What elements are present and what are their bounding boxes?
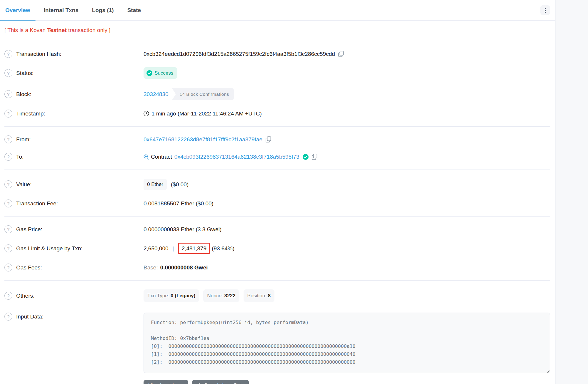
row-others: ? Others: Txn Type: 0 (Legacy) Nonce: 32… [4,285,550,307]
gas-limit-value: 2,650,000 [144,244,169,252]
section-value: ? Value: 0 Ether ($0.00) ? Transaction F… [4,170,550,216]
clock-icon [144,111,149,116]
transaction-fee-value: 0.0081885507 Ether ($0.00) [144,199,214,207]
decode-input-data-button[interactable]: Decode Input Data [192,380,249,384]
label-cell: ? Input Data: [4,313,144,321]
row-from: ? From: 0x647e7168122263d8e7f81f17fff9c2… [4,131,550,148]
magnifier-plus-icon[interactable] [144,154,149,160]
from-address-link[interactable]: 0x647e7168122263d8e7f81f17fff9c2f1aa379f… [144,135,262,143]
warning-suffix: transaction only ] [67,27,111,33]
tab-logs[interactable]: Logs (1) [87,0,119,20]
help-icon[interactable]: ? [4,90,12,98]
to-label: To: [16,153,24,161]
position-label: Position: [247,293,266,299]
decode-input-data-label: Decode Input Data [205,383,244,384]
section-addresses: ? From: 0x647e7168122263d8e7f81f17fff9c2… [4,127,550,170]
status-label: Status: [16,69,34,77]
help-icon[interactable]: ? [4,180,12,188]
label-cell: ? Transaction Hash: [4,50,144,58]
status-badge: Success [144,67,177,79]
copy-icon [338,51,344,57]
page-background-gutter [555,0,588,384]
gas-used-highlight-box: 2,481,379 [178,243,210,254]
block-confirmations-badge: 14 Block Confirmations [172,88,234,100]
to-address-link[interactable]: 0x4cb093f226983713164a62138c3f718a5b595f… [174,153,299,161]
row-block: ? Block: 30324830 14 Block Confirmations [4,83,550,105]
more-options-button[interactable] [540,5,550,15]
warning-prefix: [ This is a Kovan [4,27,47,33]
testnet-warning: [ This is a Kovan Testnet transaction on… [4,21,550,41]
tab-overview[interactable]: Overview [0,0,36,20]
row-input-data: ? Input Data: Function: performUpkeep(ui… [4,307,550,384]
from-label: From: [16,135,31,143]
label-cell: ? Others: [4,292,144,300]
transaction-hash-label: Transaction Hash: [16,50,61,58]
row-gas-fees: ? Gas Fees: Base: 0.000000008 Gwei [4,259,550,276]
gas-fees-label: Gas Fees: [16,264,42,271]
help-icon[interactable]: ? [4,110,12,118]
usd-value: ($0.00) [171,180,189,188]
nonce-value: 3222 [224,293,236,299]
input-data-area: Function: performUpkeep(uint256 id, byte… [144,313,550,384]
input-data-label: Input Data: [16,313,44,321]
help-icon[interactable]: ? [4,153,12,161]
copy-button[interactable] [312,154,317,160]
row-transaction-hash: ? Transaction Hash: 0xcb324eedcd1d07296f… [4,45,550,63]
gas-price-label: Gas Price: [16,225,42,233]
copy-button[interactable] [338,51,344,57]
txn-type-value: 0 (Legacy) [171,293,195,299]
overview-panel: [ This is a Kovan Testnet transaction on… [0,21,555,384]
check-circle-icon [146,70,152,76]
help-icon[interactable]: ? [4,225,12,233]
help-icon[interactable]: ? [4,313,12,321]
row-to: ? To: Contract 0x4cb093f226983713164a621… [4,148,550,165]
row-status: ? Status: Success [4,63,550,83]
block-number-link[interactable]: 30324830 [144,90,169,98]
copy-button[interactable] [266,136,271,142]
ether-value-badge: 0 Ether [144,179,167,190]
pipe-separator: | [173,244,174,252]
label-cell: ? To: [4,153,144,161]
label-cell: ? From: [4,135,144,143]
label-cell: ? Value: [4,180,144,188]
help-icon[interactable]: ? [4,244,12,252]
txn-type-label: Txn Type: [147,293,169,299]
row-gas-limit-usage: ? Gas Limit & Usage by Txn: 2,650,000 | … [4,238,550,259]
base-fee-value: 0.000000008 Gwei [160,264,208,271]
others-label: Others: [16,292,34,300]
view-input-as-button[interactable]: View Input As [144,380,188,384]
section-others: ? Others: Txn Type: 0 (Legacy) Nonce: 32… [4,281,550,384]
help-icon[interactable]: ? [4,199,12,207]
position-chip: Position: 8 [244,289,274,302]
section-gas: ? Gas Price: 0.0000000033 Ether (3.3 Gwe… [4,217,550,280]
nonce-chip: Nonce: 3222 [203,289,239,302]
row-transaction-fee: ? Transaction Fee: 0.0081885507 Ether ($… [4,195,550,212]
tab-state[interactable]: State [122,0,146,20]
warning-bold: Testnet [47,27,66,33]
base-fee-label: Base: [144,264,158,271]
kebab-dot-icon [545,12,546,13]
to-contract-prefix: Contract [151,153,172,161]
tab-internal-txns[interactable]: Internal Txns [39,0,84,20]
input-data-textarea[interactable]: Function: performUpkeep(uint256 id, byte… [144,313,550,373]
row-timestamp: ? Timestamp: 1 min ago (Mar-11-2022 11:4… [4,105,550,122]
help-icon[interactable]: ? [4,292,12,300]
gas-used-value: 2,481,379 [181,245,206,251]
gas-used-percent: (93.64%) [212,244,234,252]
value-label: Value: [16,180,31,188]
help-icon[interactable]: ? [4,69,12,77]
label-cell: ? Gas Limit & Usage by Txn: [4,244,144,252]
position-value: 8 [268,293,271,299]
help-icon[interactable]: ? [4,50,12,58]
input-data-buttons: View Input As [144,380,550,384]
transaction-card: Overview Internal Txns Logs (1) State [ … [0,0,555,384]
help-icon[interactable]: ? [4,135,12,143]
label-cell: ? Gas Price: [4,225,144,233]
block-label: Block: [16,90,31,98]
timestamp-label: Timestamp: [16,110,45,118]
txn-type-chip: Txn Type: 0 (Legacy) [144,289,199,302]
decode-icon [197,383,202,384]
transaction-fee-label: Transaction Fee: [16,199,58,207]
kebab-dot-icon [545,8,546,9]
help-icon[interactable]: ? [4,264,12,271]
